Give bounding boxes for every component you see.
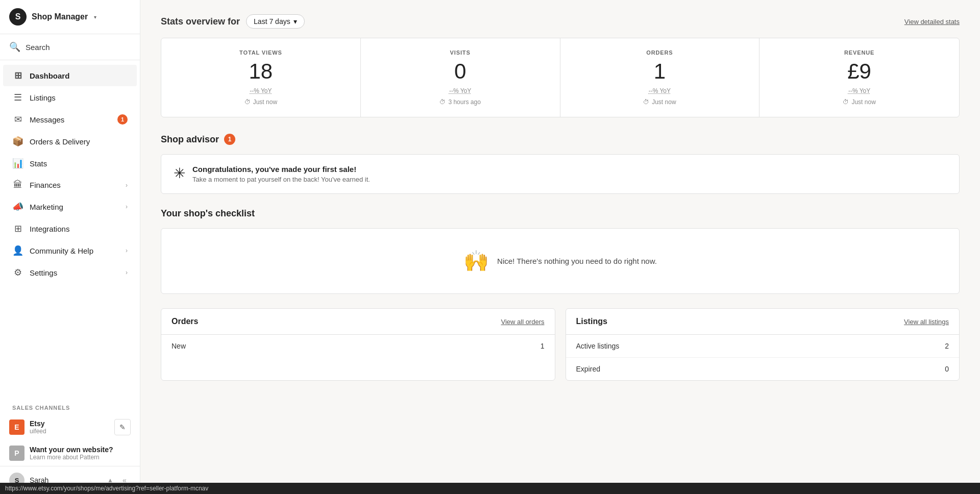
stats-header: Stats overview for Last 7 days ▾ View de… [161,14,960,29]
pattern-channel-sub: Learn more about Pattern [30,454,131,461]
sidebar-channel-pattern[interactable]: P Want your own website? Learn more abou… [0,440,140,466]
stat-yoy-3: --% YoY [848,87,870,94]
stat-yoy-1: --% YoY [449,87,471,94]
sidebar-item-integrations[interactable]: ⊞ Integrations [3,218,137,239]
stat-time-label-2: Just now [652,98,676,106]
stats-grid: TOTAL VIEWS 18 --% YoY ⏱ Just now VISITS… [161,38,960,117]
orders-icon: 📦 [12,136,23,147]
finances-chevron-icon: › [126,182,128,189]
advisor-badge: 1 [224,134,235,145]
stat-card-3: REVENUE £9 --% YoY ⏱ Just now [760,38,959,117]
orders-panel-header: Orders View all orders [161,309,555,335]
stats-label: Stats [30,159,128,168]
stat-time-label-3: Just now [851,98,875,106]
advisor-header: Shop advisor 1 [161,134,960,145]
listings-icon: ☰ [12,92,23,103]
sidebar-item-finances[interactable]: 🏛 Finances › [3,175,137,195]
sidebar-item-listings[interactable]: ☰ Listings [3,87,137,108]
sidebar-nav: ⊞ Dashboard ☰ Listings ✉ Messages 1 📦 Or… [0,60,140,398]
stats-title-row: Stats overview for Last 7 days ▾ [161,14,305,29]
view-all-orders-link[interactable]: View all orders [501,318,544,326]
orders-panel-title: Orders [172,317,198,326]
listings-active-row: Active listings 2 [566,335,960,358]
stat-card-0: TOTAL VIEWS 18 --% YoY ⏱ Just now [161,38,361,117]
stat-value-3: £9 [847,61,871,82]
search-icon: 🔍 [9,41,20,53]
listings-active-label: Active listings [576,342,620,350]
sidebar-item-community[interactable]: 👤 Community & Help › [3,240,137,261]
sales-channels-label: SALES CHANNELS [0,398,140,414]
listings-label: Listings [30,93,128,102]
shop-manager-header[interactable]: S Shop Manager ▾ [0,0,140,34]
stat-time-label-0: Just now [253,98,277,106]
stat-card-1: VISITS 0 --% YoY ⏱ 3 hours ago [361,38,560,117]
view-all-listings-link[interactable]: View all listings [904,318,949,326]
messages-label: Messages [30,115,111,124]
checklist-title: Your shop's checklist [161,208,960,219]
period-chevron-icon: ▾ [293,17,297,26]
settings-label: Settings [30,268,119,277]
sidebar-channel-etsy[interactable]: E Etsy uifeed ✎ [0,414,140,440]
shop-advisor-section: Shop advisor 1 ✳ Congratulations, you've… [161,134,960,194]
community-icon: 👤 [12,245,23,256]
stat-time-2: ⏱ Just now [643,98,676,106]
sidebar-search[interactable]: 🔍 Search [0,34,140,60]
finances-label: Finances [30,181,119,189]
listings-panel: Listings View all listings Active listin… [566,308,960,381]
shop-manager-title: Shop Manager [32,12,88,21]
sidebar-item-messages[interactable]: ✉ Messages 1 [3,109,137,130]
main-content: Stats overview for Last 7 days ▾ View de… [140,0,980,494]
marketing-label: Marketing [30,203,119,211]
advisor-card-text: Congratulations, you've made your first … [192,165,370,183]
messages-icon: ✉ [12,114,23,125]
pattern-channel-info: Want your own website? Learn more about … [30,446,131,461]
stats-period-selector[interactable]: Last 7 days ▾ [246,14,305,29]
view-detailed-stats-link[interactable]: View detailed stats [904,18,960,26]
stat-card-2: ORDERS 1 --% YoY ⏱ Just now [560,38,760,117]
finances-icon: 🏛 [12,180,23,190]
clock-icon-3: ⏱ [843,98,849,106]
stat-label-3: REVENUE [844,50,874,56]
sidebar-item-marketing[interactable]: 📣 Marketing › [3,196,137,217]
messages-badge: 1 [117,114,128,125]
listings-expired-value: 0 [945,365,949,373]
settings-icon: ⚙ [12,267,23,278]
listings-expired-label: Expired [576,365,600,373]
etsy-channel-icon: E [9,419,24,435]
stat-time-label-1: 3 hours ago [448,98,480,106]
stat-value-2: 1 [654,61,666,82]
sidebar: S Shop Manager ▾ 🔍 Search ⊞ Dashboard ☰ … [0,0,140,494]
sidebar-item-stats[interactable]: 📊 Stats [3,153,137,174]
pattern-channel-name: Want your own website? [30,446,131,454]
settings-chevron-icon: › [126,269,128,276]
orders-label: Orders & Delivery [30,137,128,146]
stat-time-3: ⏱ Just now [843,98,875,106]
shop-logo: S [9,8,27,26]
clock-icon-0: ⏱ [244,98,251,106]
orders-new-value: 1 [541,342,545,350]
etsy-edit-button[interactable]: ✎ [114,419,131,435]
listings-panel-header: Listings View all listings [566,309,960,335]
header-chevron-icon: ▾ [94,14,96,20]
stats-overview-title: Stats overview for [161,16,240,27]
checklist-empty-text: Nice! There's nothing you need to do rig… [497,257,657,265]
checklist-section: Your shop's checklist 🙌 Nice! There's no… [161,208,960,294]
orders-new-row: New 1 [161,335,555,357]
advisor-card: ✳ Congratulations, you've made your firs… [161,154,960,194]
status-bar: https://www.etsy.com/your/shops/me/adver… [0,483,980,494]
sidebar-item-dashboard[interactable]: ⊞ Dashboard [3,65,137,86]
sidebar-item-settings[interactable]: ⚙ Settings › [3,262,137,283]
integrations-icon: ⊞ [12,223,23,234]
dashboard-icon: ⊞ [12,70,23,81]
advisor-celebration-icon: ✳ [174,165,185,182]
etsy-channel-sub: uifeed [30,428,109,435]
sidebar-item-orders[interactable]: 📦 Orders & Delivery [3,131,137,152]
integrations-label: Integrations [30,225,128,233]
stats-period-label: Last 7 days [254,17,290,26]
listings-panel-title: Listings [576,317,607,326]
checklist-celebration-icon: 🙌 [463,249,489,273]
marketing-chevron-icon: › [126,203,128,210]
stat-value-1: 0 [454,61,466,82]
pattern-channel-icon: P [9,446,24,461]
dashboard-label: Dashboard [30,71,128,80]
